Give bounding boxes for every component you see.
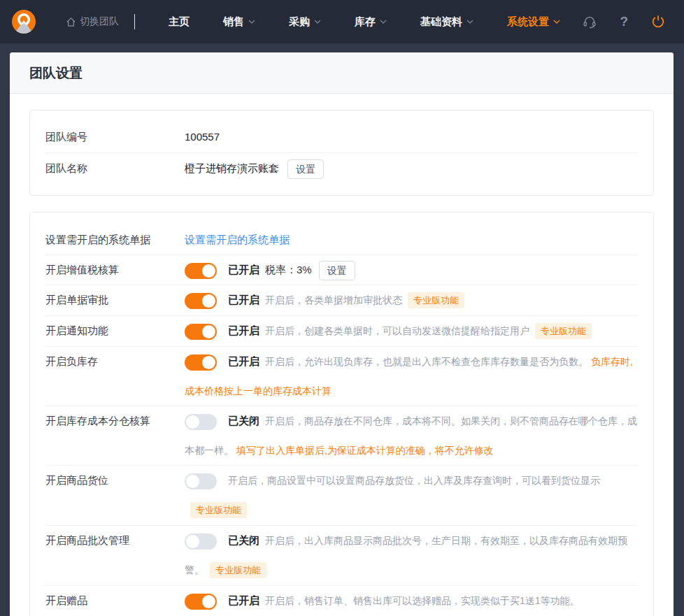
toggle-warehouse-cost[interactable] [185, 414, 217, 430]
nav-divider [134, 14, 135, 29]
toggle-gift[interactable] [185, 594, 217, 610]
setting-row-approval: 开启单据审批 已开启开启后，各类单据增加审批状态专业版功能 [45, 285, 638, 316]
switch-team-label: 切换团队 [80, 15, 119, 28]
team-id-row: 团队编号 100557 [45, 122, 638, 153]
setting-row-vat: 开启增值税核算 已开启税率：3%设置 [45, 255, 638, 285]
nav-item-purchase[interactable]: 采购 [272, 15, 338, 29]
setting-row-notification: 开启通知功能 已开启开启后，创建各类单据时，可以自动发送微信提醒给指定用户专业版… [45, 316, 638, 347]
top-navbar: 切换团队 主页 销售 采购 库存 基础资料 系统设置 ? [0, 0, 684, 43]
pro-feature-badge: 专业版功能 [210, 562, 266, 578]
team-id-label: 团队编号 [45, 122, 185, 152]
chevron-down-icon [314, 20, 321, 24]
vat-rate-value: 税率：3% [265, 264, 312, 275]
system-settings-card: 设置需开启的系统单据 设置需开启的系统单据 开启增值税核算 已开启税率：3%设置… [29, 212, 654, 616]
support-headset-icon[interactable] [582, 14, 597, 29]
pro-feature-badge: 专业版功能 [408, 292, 464, 308]
toggle-negative-stock[interactable] [185, 354, 217, 371]
team-name-label: 团队名称 [45, 153, 185, 184]
configure-system-documents-link[interactable]: 设置需开启的系统单据 [185, 234, 290, 245]
vat-settings-button[interactable]: 设置 [319, 261, 355, 280]
team-name-settings-button[interactable]: 设置 [287, 159, 324, 179]
nav-item-system-settings[interactable]: 系统设置 [490, 15, 577, 29]
nav-item-inventory[interactable]: 库存 [338, 15, 404, 29]
nav-item-sales[interactable]: 销售 [206, 15, 272, 29]
toggle-vat[interactable] [185, 263, 217, 279]
main-panel: 团队设置 团队编号 100557 团队名称 橙子进销存演示账套 设置 设置需开启… [10, 52, 674, 616]
team-name-value: 橙子进销存演示账套 [185, 162, 279, 174]
toggle-goods-location[interactable] [185, 473, 217, 489]
chevron-down-icon [553, 20, 560, 24]
page-title: 团队设置 [29, 64, 654, 83]
nav-item-home[interactable]: 主页 [152, 15, 206, 29]
main-nav: 主页 销售 采购 库存 基础资料 系统设置 [152, 15, 577, 29]
team-info-card: 团队编号 100557 团队名称 橙子进销存演示账套 设置 [29, 110, 654, 196]
setting-row-batch-management: 开启商品批次管理 已关闭开启后，出入库商品显示商品批次号，生产日期，有效期至，以… [45, 526, 638, 586]
nav-item-basedata[interactable]: 基础资料 [404, 15, 490, 29]
setting-row-goods-location: 开启商品货位 开启后，商品设置中可以设置商品存放货位，出入库及库存查询时，可以看… [45, 466, 638, 526]
page-header: 团队设置 [10, 52, 674, 94]
help-icon[interactable]: ? [620, 14, 628, 29]
setting-row-negative-stock: 开启负库存 已开启开启后，允许出现负库存，也就是出入库不检查仓库库存数量是否为负… [45, 347, 638, 406]
app-logo-icon[interactable] [11, 9, 36, 34]
team-id-value: 100557 [185, 122, 638, 152]
setting-row-warehouse-cost: 开启库存成本分仓核算 已关闭开启后，商品存放在不同仓库，成本将不同。如果关闭，则… [45, 406, 638, 466]
warehouse-cost-warning: 填写了出入库单据后,为保证成本计算的准确，将不允许修改 [236, 445, 494, 456]
home-icon [66, 17, 76, 27]
power-logout-icon[interactable] [650, 14, 666, 29]
toggle-batch-management[interactable] [185, 533, 217, 550]
pro-feature-badge: 专业版功能 [190, 502, 247, 518]
setting-row-gift: 开启赠品 已开启开启后，销售订单、销售出库可以选择赠品，实现类似于买1送1等功能… [45, 586, 638, 616]
page-body: 团队编号 100557 团队名称 橙子进销存演示账套 设置 设置需开启的系统单据… [10, 94, 674, 616]
chevron-down-icon [380, 20, 387, 24]
switch-team-button[interactable]: 切换团队 [66, 15, 119, 28]
toggle-notification[interactable] [185, 324, 217, 340]
chevron-down-icon [248, 20, 255, 24]
toggle-approval[interactable] [185, 293, 217, 309]
chevron-down-icon [466, 20, 473, 24]
navbar-right: ? [582, 14, 673, 29]
setting-row-system-documents: 设置需开启的系统单据 设置需开启的系统单据 [45, 225, 638, 255]
team-name-row: 团队名称 橙子进销存演示账套 设置 [45, 153, 638, 184]
pro-feature-badge: 专业版功能 [535, 323, 592, 339]
